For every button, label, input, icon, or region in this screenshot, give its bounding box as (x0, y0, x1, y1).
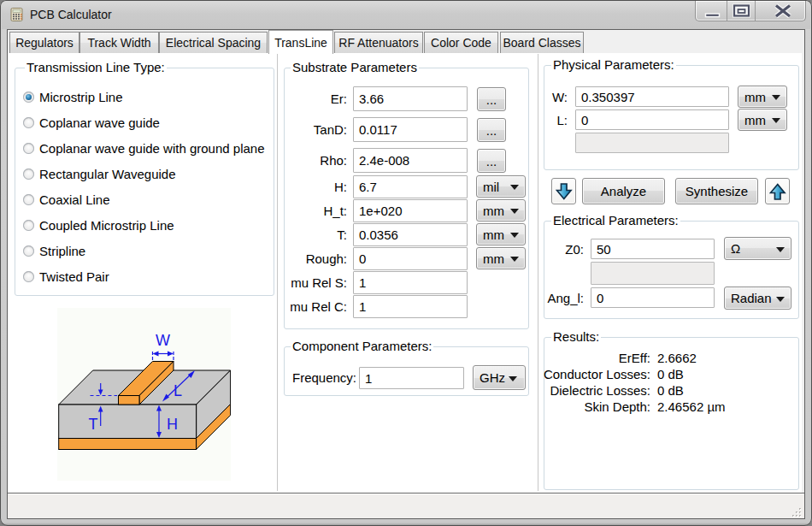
svg-text:L: L (174, 382, 182, 399)
svg-text:T: T (89, 416, 98, 433)
svg-text:W: W (156, 332, 170, 349)
svg-text:H: H (167, 416, 178, 433)
